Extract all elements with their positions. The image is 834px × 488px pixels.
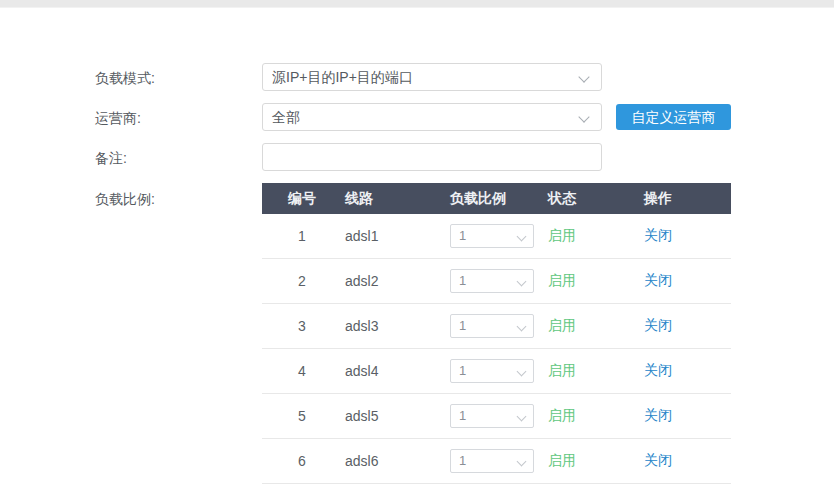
top-divider xyxy=(0,0,834,8)
chevron-down-icon xyxy=(517,412,527,422)
row-line: adsl4 xyxy=(342,363,447,379)
close-link[interactable]: 关闭 xyxy=(641,272,731,290)
chevron-down-icon xyxy=(578,111,589,122)
table-row: 2 adsl2 1 启用 关闭 xyxy=(262,259,731,304)
row-id: 4 xyxy=(262,363,342,379)
row-line: adsl1 xyxy=(342,228,447,244)
row-id: 6 xyxy=(262,453,342,469)
row-id: 5 xyxy=(262,408,342,424)
table-row: 5 adsl5 1 启用 关闭 xyxy=(262,394,731,439)
table-row: 1 adsl1 1 启用 关闭 xyxy=(262,214,731,259)
status-badge: 启用 xyxy=(545,452,641,470)
load-ratio-table: 编号 线路 负载比例 状态 操作 1 adsl1 1 启用 关闭 2 adsl2… xyxy=(262,183,731,484)
row-id: 2 xyxy=(262,273,342,289)
row-line: adsl5 xyxy=(342,408,447,424)
table-row: 3 adsl3 1 启用 关闭 xyxy=(262,304,731,349)
chevron-down-icon xyxy=(517,457,527,467)
row-line: adsl3 xyxy=(342,318,447,334)
ratio-select[interactable]: 1 xyxy=(450,224,534,248)
ratio-label: 负载比例: xyxy=(95,190,155,208)
row-line: adsl6 xyxy=(342,453,447,469)
row-line: adsl2 xyxy=(342,273,447,289)
custom-carrier-button[interactable]: 自定义运营商 xyxy=(616,104,731,130)
chevron-down-icon xyxy=(517,367,527,377)
status-badge: 启用 xyxy=(545,227,641,245)
chevron-down-icon xyxy=(517,277,527,287)
note-input[interactable] xyxy=(262,143,602,171)
ratio-select-value: 1 xyxy=(459,228,466,243)
row-id: 3 xyxy=(262,318,342,334)
status-badge: 启用 xyxy=(545,317,641,335)
status-badge: 启用 xyxy=(545,407,641,425)
header-status: 状态 xyxy=(545,190,641,208)
ratio-select-value: 1 xyxy=(459,318,466,333)
close-link[interactable]: 关闭 xyxy=(641,452,731,470)
header-action: 操作 xyxy=(641,190,731,208)
close-link[interactable]: 关闭 xyxy=(641,317,731,335)
ratio-select[interactable]: 1 xyxy=(450,314,534,338)
load-mode-select-value: 源IP+目的IP+目的端口 xyxy=(272,69,413,85)
header-ratio: 负载比例 xyxy=(447,190,545,208)
ratio-select-value: 1 xyxy=(459,273,466,288)
ratio-select[interactable]: 1 xyxy=(450,269,534,293)
load-mode-label: 负载模式: xyxy=(95,69,155,87)
table-header-row: 编号 线路 负载比例 状态 操作 xyxy=(262,183,731,214)
close-link[interactable]: 关闭 xyxy=(641,362,731,380)
load-mode-select[interactable]: 源IP+目的IP+目的端口 xyxy=(262,63,602,91)
load-balance-settings-page: 负载模式: 源IP+目的IP+目的端口 运营商: 全部 自定义运营商 备注: 负… xyxy=(0,0,834,488)
ratio-select-value: 1 xyxy=(459,408,466,423)
ratio-select[interactable]: 1 xyxy=(450,359,534,383)
carrier-select[interactable]: 全部 xyxy=(262,103,602,131)
ratio-select[interactable]: 1 xyxy=(450,449,534,473)
ratio-select-value: 1 xyxy=(459,363,466,378)
note-label: 备注: xyxy=(95,149,127,167)
table-row: 6 adsl6 1 启用 关闭 xyxy=(262,439,731,484)
chevron-down-icon xyxy=(517,232,527,242)
table-row: 4 adsl4 1 启用 关闭 xyxy=(262,349,731,394)
ratio-select-value: 1 xyxy=(459,453,466,468)
chevron-down-icon xyxy=(517,322,527,332)
carrier-label: 运营商: xyxy=(95,109,141,127)
ratio-select[interactable]: 1 xyxy=(450,404,534,428)
status-badge: 启用 xyxy=(545,362,641,380)
close-link[interactable]: 关闭 xyxy=(641,227,731,245)
header-id: 编号 xyxy=(262,190,342,208)
close-link[interactable]: 关闭 xyxy=(641,407,731,425)
carrier-select-value: 全部 xyxy=(272,109,300,125)
status-badge: 启用 xyxy=(545,272,641,290)
row-id: 1 xyxy=(262,228,342,244)
header-line: 线路 xyxy=(342,190,447,208)
chevron-down-icon xyxy=(578,71,589,82)
